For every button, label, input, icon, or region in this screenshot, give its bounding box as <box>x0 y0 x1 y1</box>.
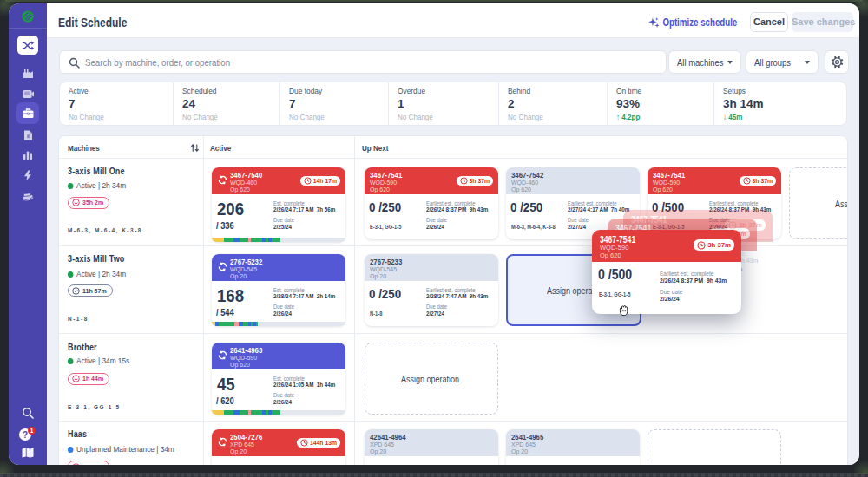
svg-text:?: ? <box>23 430 28 440</box>
svg-text:1: 1 <box>30 428 34 434</box>
